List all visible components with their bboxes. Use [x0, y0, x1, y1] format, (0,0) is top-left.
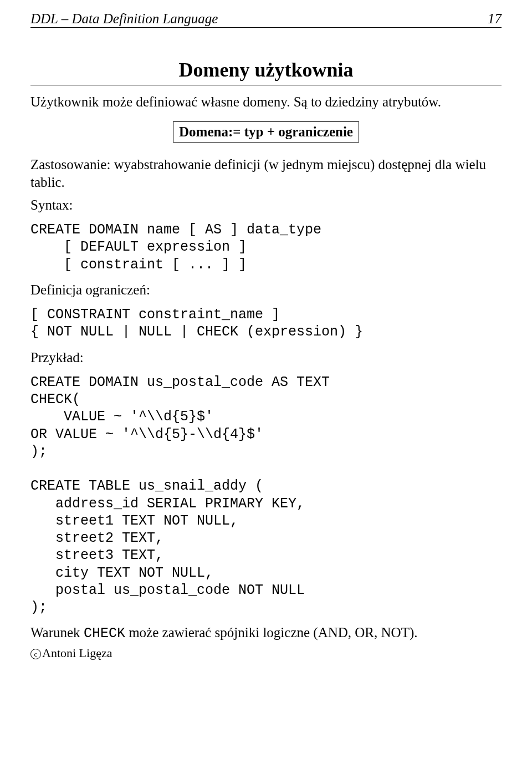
footer-author: Antoni Ligęza — [42, 646, 112, 660]
header-left: DDL – Data Definition Language — [30, 11, 218, 27]
copyright-icon: c — [30, 649, 41, 659]
syntax-label: Syntax: — [30, 196, 502, 213]
title-rule — [30, 85, 502, 85]
page-title: Domeny użytkownia — [30, 58, 502, 82]
usage-text: Zastosowanie: wyabstrahowanie definicji … — [30, 156, 502, 191]
page-header: DDL – Data Definition Language 17 — [30, 11, 502, 28]
example-label: Przykład: — [30, 349, 502, 366]
warning-code: CHECK — [84, 625, 125, 642]
constraints-code: [ CONSTRAINT constraint_name ] { NOT NUL… — [30, 306, 502, 341]
warning-text: Warunek CHECK może zawierać spójniki log… — [30, 624, 502, 642]
page-number: 17 — [488, 11, 502, 27]
definition-box: Domena:= typ + ograniczenie — [173, 121, 359, 143]
example-code: CREATE DOMAIN us_postal_code AS TEXT CHE… — [30, 374, 502, 617]
warning-suffix: może zawierać spójniki logiczne (AND, OR… — [125, 625, 418, 640]
warning-prefix: Warunek — [30, 625, 84, 640]
constraints-label: Definicja ograniczeń: — [30, 281, 502, 298]
footer: cAntoni Ligęza — [30, 646, 502, 660]
syntax-code: CREATE DOMAIN name [ AS ] data_type [ DE… — [30, 221, 502, 273]
intro-text: Użytkownik może definiować własne domeny… — [30, 93, 502, 110]
